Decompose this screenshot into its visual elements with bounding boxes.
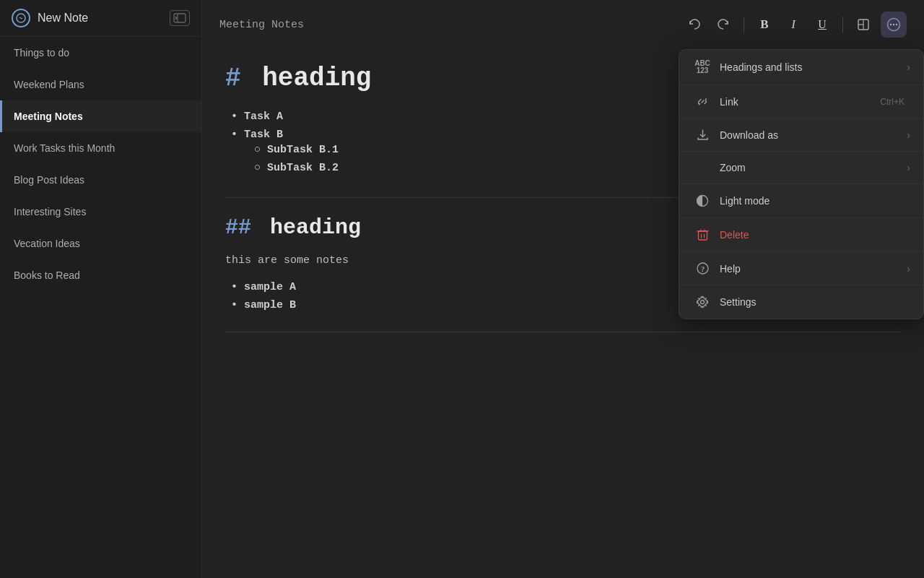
headings-lists-label: Headings and lists xyxy=(720,61,907,73)
sidebar-item-weekend-plans[interactable]: Weekend Plans xyxy=(0,69,201,100)
editor-header: Meeting Notes B I U xyxy=(202,0,924,46)
sidebar-item-meeting-notes[interactable]: Meeting Notes xyxy=(0,100,201,132)
help-arrow: › xyxy=(907,263,910,275)
toolbar-sep-2 xyxy=(842,17,843,33)
sidebar-item-books-to-read[interactable]: Books to Read xyxy=(0,259,201,291)
trash-icon xyxy=(692,228,712,241)
menu-item-settings[interactable]: Settings xyxy=(679,285,923,319)
toolbar: B I U xyxy=(683,12,907,38)
delete-label: Delete xyxy=(720,229,910,241)
redo-button[interactable] xyxy=(712,13,735,36)
layout-button[interactable] xyxy=(852,13,875,36)
collapse-sidebar-icon[interactable] xyxy=(170,10,190,26)
main-editor: Meeting Notes B I U xyxy=(202,0,924,578)
sidebar-item-work-tasks[interactable]: Work Tasks this Month xyxy=(0,132,201,164)
sidebar-item-vacation-ideas[interactable]: Vecation Ideas xyxy=(0,228,201,259)
download-label: Download as xyxy=(720,129,907,141)
headings-lists-arrow: › xyxy=(907,61,910,73)
settings-label: Settings xyxy=(720,296,910,308)
zoom-arrow: › xyxy=(907,162,910,173)
zoom-label: Zoom xyxy=(720,162,907,173)
svg-point-7 xyxy=(890,24,892,25)
download-icon xyxy=(692,129,712,141)
new-note-icon xyxy=(12,9,30,27)
svg-point-19 xyxy=(701,301,705,304)
heading2-hash: ## xyxy=(225,215,251,240)
menu-item-delete[interactable]: Delete xyxy=(679,218,923,252)
bold-button[interactable]: B xyxy=(753,13,776,36)
light-mode-label: Light mode xyxy=(720,195,910,207)
note-list: Things to do Weekend Plans Meeting Notes… xyxy=(0,37,201,578)
new-note-button[interactable]: New Note xyxy=(0,0,201,37)
link-shortcut: Ctrl+K xyxy=(880,97,905,107)
heading2-text: heading xyxy=(270,215,361,240)
note-title: Meeting Notes xyxy=(219,19,304,31)
italic-button[interactable]: I xyxy=(782,13,805,36)
new-note-label: New Note xyxy=(38,12,88,25)
menu-item-zoom[interactable]: Zoom › xyxy=(679,152,923,184)
underline-button[interactable]: U xyxy=(811,13,834,36)
svg-point-9 xyxy=(896,24,897,25)
sidebar-item-things-to-do[interactable]: Things to do xyxy=(0,37,201,69)
dropdown-menu: ABC123 Headings and lists › Link Ctrl+K xyxy=(679,49,924,319)
svg-text:?: ? xyxy=(700,264,705,273)
heading1-text: heading xyxy=(262,64,371,93)
menu-item-link[interactable]: Link Ctrl+K xyxy=(679,85,923,118)
menu-item-download[interactable]: Download as › xyxy=(679,118,923,152)
menu-item-headings-lists[interactable]: ABC123 Headings and lists › xyxy=(679,50,923,85)
svg-point-8 xyxy=(893,24,894,25)
sidebar-item-blog-post-ideas[interactable]: Blog Post Ideas xyxy=(0,164,201,196)
svg-rect-11 xyxy=(698,231,707,240)
link-icon xyxy=(692,95,712,108)
toolbar-sep-1 xyxy=(744,17,744,33)
settings-icon xyxy=(692,296,712,309)
abc-icon: ABC123 xyxy=(692,60,712,74)
help-icon: ? xyxy=(692,262,712,275)
download-arrow: › xyxy=(907,129,910,141)
menu-item-help[interactable]: ? Help › xyxy=(679,252,923,285)
section-divider-2 xyxy=(225,332,901,332)
link-label: Link xyxy=(720,96,880,108)
undo-button[interactable] xyxy=(683,13,706,36)
svg-rect-1 xyxy=(174,14,186,22)
heading1-hash: # xyxy=(225,64,241,93)
help-label: Help xyxy=(720,263,907,275)
more-options-button[interactable] xyxy=(881,12,907,38)
sidebar-item-interesting-sites[interactable]: Interesting Sites xyxy=(0,196,201,228)
sidebar: New Note Things to do Weekend Plans Meet… xyxy=(0,0,202,578)
menu-item-light-mode[interactable]: Light mode xyxy=(679,184,923,218)
light-mode-icon xyxy=(692,194,712,207)
